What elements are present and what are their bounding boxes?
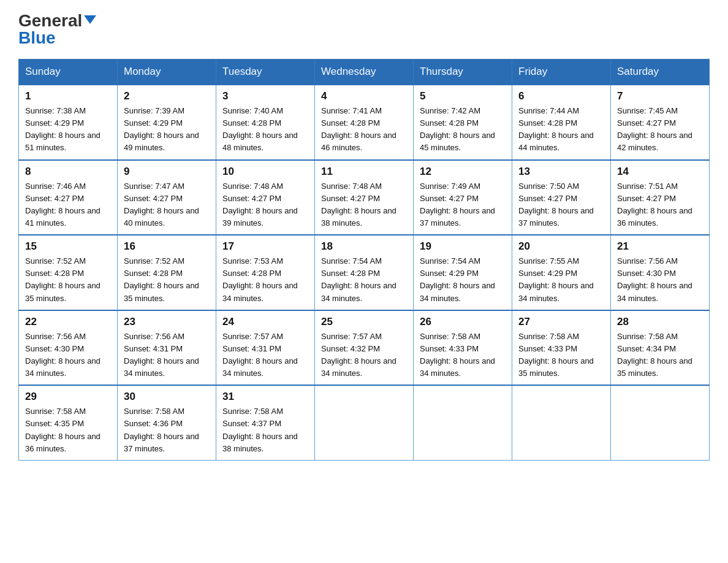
day-number: 31 [222,391,308,403]
day-number: 19 [420,240,506,253]
day-number: 27 [518,316,604,328]
day-info: Sunrise: 7:58 AMSunset: 4:33 PMDaylight:… [518,331,604,380]
calendar-header-row: SundayMondayTuesdayWednesdayThursdayFrid… [19,59,710,85]
day-info: Sunrise: 7:58 AMSunset: 4:37 PMDaylight:… [222,405,308,455]
day-number: 20 [518,240,604,253]
day-number: 1 [25,90,111,102]
calendar-cell: 28Sunrise: 7:58 AMSunset: 4:34 PMDayligh… [611,310,710,386]
week-row-5: 29Sunrise: 7:58 AMSunset: 4:35 PMDayligh… [19,385,710,460]
logo: General Blue [18,12,96,47]
calendar-cell [512,385,611,460]
logo-triangle-icon [84,15,96,24]
calendar-header-sunday: Sunday [19,59,118,85]
day-number: 9 [124,166,210,178]
calendar-header-wednesday: Wednesday [315,59,414,85]
calendar-cell: 23Sunrise: 7:56 AMSunset: 4:31 PMDayligh… [118,310,216,386]
day-number: 18 [321,240,407,253]
calendar-header-saturday: Saturday [611,59,710,85]
calendar-cell: 7Sunrise: 7:45 AMSunset: 4:27 PMDaylight… [611,85,710,160]
day-info: Sunrise: 7:57 AMSunset: 4:31 PMDaylight:… [222,331,308,380]
calendar-header-friday: Friday [512,59,611,85]
day-number: 3 [222,90,308,102]
day-number: 28 [617,316,703,328]
day-number: 13 [518,166,604,178]
day-info: Sunrise: 7:48 AMSunset: 4:27 PMDaylight:… [222,180,308,230]
day-number: 7 [617,90,703,102]
calendar-cell: 12Sunrise: 7:49 AMSunset: 4:27 PMDayligh… [414,160,512,236]
calendar-cell: 31Sunrise: 7:58 AMSunset: 4:37 PMDayligh… [216,385,315,460]
day-info: Sunrise: 7:38 AMSunset: 4:29 PMDaylight:… [25,105,111,155]
day-info: Sunrise: 7:47 AMSunset: 4:27 PMDaylight:… [124,180,210,230]
calendar-cell: 20Sunrise: 7:55 AMSunset: 4:29 PMDayligh… [512,235,611,310]
day-number: 15 [25,240,111,253]
calendar-header-tuesday: Tuesday [216,59,315,85]
calendar-cell: 14Sunrise: 7:51 AMSunset: 4:27 PMDayligh… [611,160,710,236]
day-info: Sunrise: 7:55 AMSunset: 4:29 PMDaylight:… [518,255,604,305]
calendar-table: SundayMondayTuesdayWednesdayThursdayFrid… [18,59,710,461]
day-number: 29 [25,391,111,403]
day-info: Sunrise: 7:54 AMSunset: 4:29 PMDaylight:… [420,255,506,305]
calendar-cell: 27Sunrise: 7:58 AMSunset: 4:33 PMDayligh… [512,310,611,386]
calendar-cell: 30Sunrise: 7:58 AMSunset: 4:36 PMDayligh… [118,385,216,460]
day-number: 8 [25,166,111,178]
day-number: 11 [321,166,407,178]
day-number: 17 [222,240,308,253]
day-info: Sunrise: 7:46 AMSunset: 4:27 PMDaylight:… [25,180,111,230]
day-info: Sunrise: 7:58 AMSunset: 4:33 PMDaylight:… [420,331,506,380]
week-row-1: 1Sunrise: 7:38 AMSunset: 4:29 PMDaylight… [19,85,710,160]
calendar-cell: 8Sunrise: 7:46 AMSunset: 4:27 PMDaylight… [19,160,118,236]
day-number: 24 [222,316,308,328]
day-number: 30 [124,391,210,403]
day-info: Sunrise: 7:58 AMSunset: 4:36 PMDaylight:… [124,405,210,455]
calendar-cell: 4Sunrise: 7:41 AMSunset: 4:28 PMDaylight… [315,85,414,160]
day-info: Sunrise: 7:58 AMSunset: 4:35 PMDaylight:… [25,405,111,455]
calendar-cell: 1Sunrise: 7:38 AMSunset: 4:29 PMDaylight… [19,85,118,160]
calendar-cell: 17Sunrise: 7:53 AMSunset: 4:28 PMDayligh… [216,235,315,310]
day-number: 14 [617,166,703,178]
day-number: 26 [420,316,506,328]
calendar-cell [315,385,414,460]
day-info: Sunrise: 7:40 AMSunset: 4:28 PMDaylight:… [222,105,308,155]
calendar-cell: 10Sunrise: 7:48 AMSunset: 4:27 PMDayligh… [216,160,315,236]
calendar-cell: 21Sunrise: 7:56 AMSunset: 4:30 PMDayligh… [611,235,710,310]
day-info: Sunrise: 7:41 AMSunset: 4:28 PMDaylight:… [321,105,407,155]
day-number: 12 [420,166,506,178]
week-row-4: 22Sunrise: 7:56 AMSunset: 4:30 PMDayligh… [19,310,710,386]
day-info: Sunrise: 7:39 AMSunset: 4:29 PMDaylight:… [124,105,210,155]
day-info: Sunrise: 7:53 AMSunset: 4:28 PMDaylight:… [222,255,308,305]
day-number: 16 [124,240,210,253]
day-info: Sunrise: 7:44 AMSunset: 4:28 PMDaylight:… [518,105,604,155]
calendar-header-thursday: Thursday [414,59,512,85]
day-info: Sunrise: 7:45 AMSunset: 4:27 PMDaylight:… [617,105,703,155]
day-info: Sunrise: 7:52 AMSunset: 4:28 PMDaylight:… [25,255,111,305]
calendar-cell: 9Sunrise: 7:47 AMSunset: 4:27 PMDaylight… [118,160,216,236]
day-info: Sunrise: 7:49 AMSunset: 4:27 PMDaylight:… [420,180,506,230]
day-number: 5 [420,90,506,102]
calendar-header-monday: Monday [118,59,216,85]
calendar-cell: 29Sunrise: 7:58 AMSunset: 4:35 PMDayligh… [19,385,118,460]
logo-blue-text: Blue [18,29,56,47]
day-number: 2 [124,90,210,102]
page-header: General Blue [18,12,710,47]
day-number: 6 [518,90,604,102]
calendar-cell: 26Sunrise: 7:58 AMSunset: 4:33 PMDayligh… [414,310,512,386]
day-info: Sunrise: 7:56 AMSunset: 4:30 PMDaylight:… [25,331,111,380]
calendar-cell: 11Sunrise: 7:48 AMSunset: 4:27 PMDayligh… [315,160,414,236]
calendar-cell: 5Sunrise: 7:42 AMSunset: 4:28 PMDaylight… [414,85,512,160]
calendar-cell: 19Sunrise: 7:54 AMSunset: 4:29 PMDayligh… [414,235,512,310]
day-info: Sunrise: 7:48 AMSunset: 4:27 PMDaylight:… [321,180,407,230]
calendar-cell [414,385,512,460]
week-row-3: 15Sunrise: 7:52 AMSunset: 4:28 PMDayligh… [19,235,710,310]
calendar-cell: 2Sunrise: 7:39 AMSunset: 4:29 PMDaylight… [118,85,216,160]
day-info: Sunrise: 7:52 AMSunset: 4:28 PMDaylight:… [124,255,210,305]
day-info: Sunrise: 7:54 AMSunset: 4:28 PMDaylight:… [321,255,407,305]
calendar-cell: 18Sunrise: 7:54 AMSunset: 4:28 PMDayligh… [315,235,414,310]
logo-general-text: General [18,12,82,29]
calendar-cell: 25Sunrise: 7:57 AMSunset: 4:32 PMDayligh… [315,310,414,386]
calendar-cell: 3Sunrise: 7:40 AMSunset: 4:28 PMDaylight… [216,85,315,160]
calendar-cell: 22Sunrise: 7:56 AMSunset: 4:30 PMDayligh… [19,310,118,386]
calendar-cell: 15Sunrise: 7:52 AMSunset: 4:28 PMDayligh… [19,235,118,310]
week-row-2: 8Sunrise: 7:46 AMSunset: 4:27 PMDaylight… [19,160,710,236]
day-info: Sunrise: 7:51 AMSunset: 4:27 PMDaylight:… [617,180,703,230]
day-number: 4 [321,90,407,102]
